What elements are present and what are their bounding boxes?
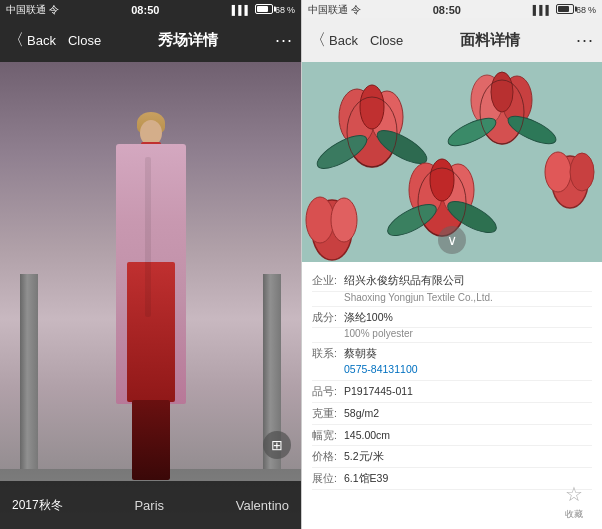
value-contact-name: 蔡朝葵 [344, 347, 377, 359]
right-status-bar: 中国联通 令 08:50 ▌▌▌ 68% [302, 0, 602, 20]
value-price: 5.2元/米 [344, 449, 592, 464]
left-back-close-button[interactable]: 〈 Back Close [8, 30, 101, 51]
right-time: 08:50 [433, 4, 461, 16]
left-page-title: 秀场详情 [101, 31, 275, 50]
label-price: 价格: [312, 449, 344, 464]
detail-row-company: 企业: 绍兴永俊纺织品有限公司 [312, 270, 592, 292]
figure-boots [132, 400, 170, 480]
value-product-number: P1917445-011 [344, 384, 592, 399]
runway-season: 2017秋冬 [12, 497, 63, 514]
label-contact: 联系: [312, 346, 344, 361]
svg-point-21 [570, 153, 594, 191]
label-company: 企业: [312, 273, 344, 288]
right-page-title: 面料详情 [403, 31, 576, 50]
value-width: 145.00cm [344, 428, 592, 443]
value-composition: 涤纶100% [344, 310, 592, 325]
right-nav-bar: 〈 Back Close 面料详情 ··· [302, 18, 602, 62]
contact-container: 蔡朝葵 0575-84131100 [344, 346, 592, 377]
value-company: 绍兴永俊纺织品有限公司 [344, 273, 592, 288]
right-carrier: 中国联通 令 [308, 3, 361, 17]
value-booth: 6.1馆E39 [344, 471, 592, 486]
detail-row-width: 幅宽: 145.00cm [312, 425, 592, 447]
runway-location: Paris [134, 498, 164, 513]
right-battery-indicator [554, 4, 574, 16]
left-status-bar: 中国联通 令 08:50 ▌▌▌ 68% [0, 0, 301, 20]
left-back-chevron-icon: 〈 [8, 30, 24, 51]
svg-point-20 [545, 152, 571, 192]
left-nav-bar: 〈 Back Close 秀场详情 ··· [0, 18, 301, 62]
svg-point-24 [331, 198, 357, 242]
right-status-icons: ▌▌▌ 68% [533, 4, 596, 16]
battery-pct: 68 [275, 5, 285, 15]
right-close-label[interactable]: Close [370, 33, 403, 48]
zoom-button[interactable]: ⊞ [263, 431, 291, 459]
label-product-number: 品号: [312, 384, 344, 399]
coat-front [145, 157, 151, 317]
label-composition: 成分: [312, 310, 344, 325]
zoom-icon: ⊞ [271, 437, 283, 453]
right-back-chevron-icon: 〈 [310, 30, 326, 51]
detail-row-contact: 联系: 蔡朝葵 0575-84131100 [312, 343, 592, 381]
favorite-label: 收藏 [565, 508, 583, 521]
detail-row-price: 价格: 5.2元/米 [312, 446, 592, 468]
right-back-label[interactable]: Back [329, 33, 358, 48]
runway-info-bar: 2017秋冬 Paris Valentino [0, 481, 301, 529]
signal-icon: ▌▌▌ [232, 5, 251, 15]
fabric-image: ∨ [302, 62, 602, 262]
label-booth: 展位: [312, 471, 344, 486]
right-panel: 中国联通 令 08:50 ▌▌▌ 68% 〈 Back Close 面料详情 ·… [301, 0, 602, 529]
favorite-button[interactable]: ☆ 收藏 [556, 483, 592, 519]
svg-point-16 [430, 159, 454, 201]
left-close-label[interactable]: Close [68, 33, 101, 48]
right-back-close-button[interactable]: 〈 Back Close [310, 30, 403, 51]
svg-point-4 [360, 85, 384, 129]
label-weight: 克重: [312, 406, 344, 421]
detail-row-product-number: 品号: P1917445-011 [312, 381, 592, 403]
runway-image: ⊞ 2017秋冬 Paris Valentino [0, 62, 301, 529]
contact-phone-link[interactable]: 0575-84131100 [344, 363, 418, 375]
svg-point-10 [491, 72, 513, 112]
detail-row-composition: 成分: 涤纶100% [312, 307, 592, 329]
battery-indicator [253, 4, 273, 16]
left-carrier: 中国联通 令 [6, 3, 59, 17]
right-more-button[interactable]: ··· [576, 30, 594, 51]
label-width: 幅宽: [312, 428, 344, 443]
left-back-label[interactable]: Back [27, 33, 56, 48]
pillar-left [20, 274, 38, 474]
favorite-icon: ☆ [565, 482, 583, 506]
detail-row-weight: 克重: 58g/m2 [312, 403, 592, 425]
detail-row-booth: 展位: 6.1馆E39 [312, 468, 592, 490]
runway-brand: Valentino [236, 498, 289, 513]
right-battery-pct: 68 [576, 5, 586, 15]
left-panel: 中国联通 令 08:50 ▌▌▌ 68% 〈 Back Close 秀场详情 ·… [0, 0, 301, 529]
svg-point-23 [306, 197, 334, 243]
scroll-down-button[interactable]: ∨ [438, 226, 466, 254]
left-time: 08:50 [131, 4, 159, 16]
value-weight: 58g/m2 [344, 406, 592, 421]
left-more-button[interactable]: ··· [275, 30, 293, 51]
chevron-down-icon: ∨ [447, 232, 457, 248]
figure-dress [127, 262, 175, 402]
detail-subrow-composition-en: 100% polyester [312, 328, 592, 343]
right-signal-icon: ▌▌▌ [533, 5, 552, 15]
left-status-icons: ▌▌▌ 68% [232, 4, 295, 16]
detail-subrow-company-en: Shaoxing Yongjun Textile Co.,Ltd. [312, 292, 592, 307]
